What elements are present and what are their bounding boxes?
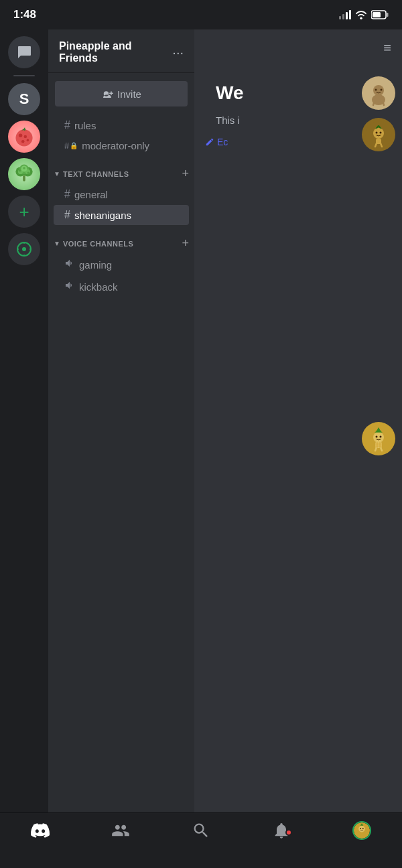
svg-rect-5 — [373, 12, 381, 17]
svg-point-20 — [27, 171, 30, 174]
status-bar: 1:48 — [0, 0, 402, 29]
avatar-1 — [362, 76, 395, 110]
category-left: ▼ TEXT CHANNELS — [54, 170, 129, 178]
tab-item-search[interactable] — [192, 821, 210, 840]
friends-icon — [111, 821, 130, 840]
invite-label: Invite — [117, 88, 141, 100]
channel-item-general[interactable]: # general — [54, 184, 189, 204]
svg-point-37 — [380, 132, 382, 134]
channel-name-rules: rules — [74, 120, 96, 131]
tab-item-friends[interactable] — [111, 821, 130, 840]
category-name-text: TEXT CHANNELS — [63, 170, 129, 178]
tab-item-home[interactable] — [31, 821, 50, 840]
server-name: Pineapple and Friends — [59, 40, 172, 64]
search-icon — [192, 821, 210, 840]
svg-point-25 — [373, 85, 384, 96]
channel-item-shenanigans[interactable]: # shenanigans — [54, 205, 189, 225]
channel-item-rules[interactable]: # rules — [54, 115, 189, 135]
category-voice-channels[interactable]: ▼ VOICE CHANNELS + — [48, 226, 194, 253]
svg-point-27 — [375, 89, 377, 91]
add-voice-channel-icon[interactable]: + — [182, 236, 189, 250]
right-panel: ≡ We This i Ec — [194, 29, 402, 812]
svg-point-10 — [21, 140, 25, 143]
main-layout: S — [0, 29, 402, 812]
discord-logo-icon — [31, 821, 50, 840]
speaker-icon-kickback — [64, 280, 75, 293]
collapse-arrow-text: ▼ — [54, 170, 60, 177]
hash-lock-icon: #🔒 — [64, 141, 78, 151]
svg-point-36 — [376, 132, 378, 134]
hamburger-icon[interactable]: ≡ — [383, 40, 391, 56]
svg-point-21 — [23, 167, 25, 169]
svg-rect-2 — [346, 12, 348, 19]
battery-icon — [371, 10, 389, 19]
server-icon-broccoli[interactable] — [8, 158, 40, 190]
plus-icon: + — [19, 202, 29, 222]
svg-point-9 — [24, 135, 27, 139]
svg-point-52 — [362, 828, 364, 829]
signal-icon — [339, 10, 351, 19]
tab-item-profile[interactable] — [352, 821, 371, 840]
add-text-channel-icon[interactable]: + — [182, 167, 189, 181]
wifi-icon — [355, 10, 367, 19]
speaker-icon-gaming — [64, 258, 75, 271]
category-text-channels[interactable]: ▼ TEXT CHANNELS + — [48, 156, 194, 184]
hash-icon: # — [64, 119, 70, 131]
server-divider — [13, 75, 35, 76]
collapse-arrow-voice: ▼ — [54, 240, 60, 247]
right-panel-header: ≡ — [194, 29, 402, 66]
svg-point-23 — [22, 247, 26, 251]
server-icon-add[interactable]: + — [8, 196, 40, 228]
invite-button[interactable]: Invite — [55, 81, 188, 106]
svg-point-11 — [27, 139, 29, 142]
tab-item-notifications[interactable] — [272, 821, 291, 840]
channel-item-kickback[interactable]: kickback — [54, 276, 189, 297]
notification-badge — [285, 829, 292, 836]
svg-rect-3 — [349, 10, 351, 19]
svg-point-28 — [381, 89, 383, 91]
svg-point-39 — [373, 432, 384, 443]
channel-name-gaming: gaming — [79, 259, 112, 271]
avatar-column — [355, 70, 402, 462]
channel-name-general: general — [74, 189, 108, 200]
channel-name-moderator-only: moderator-only — [82, 140, 149, 151]
svg-rect-0 — [339, 16, 341, 19]
edit-label[interactable]: Ec — [217, 137, 228, 147]
pencil-icon — [205, 137, 214, 147]
tab-bar — [0, 812, 402, 868]
invite-icon — [101, 88, 113, 100]
channel-name-kickback: kickback — [79, 281, 118, 293]
svg-point-44 — [380, 436, 382, 438]
avatar-3 — [362, 422, 395, 455]
channel-panel: Pineapple and Friends ··· Invite # rules… — [48, 29, 194, 812]
svg-rect-18 — [23, 175, 25, 182]
status-time: 1:48 — [13, 8, 36, 21]
server-icon-strawberry[interactable] — [8, 121, 40, 153]
svg-point-7 — [15, 129, 32, 146]
channel-list: # rules #🔒 moderator-only ▼ TEXT CHANNEL… — [48, 115, 194, 812]
server-icon-home[interactable] — [8, 36, 40, 68]
svg-point-32 — [373, 128, 384, 139]
server-icon-s[interactable]: S — [8, 83, 40, 115]
channel-item-gaming[interactable]: gaming — [54, 254, 189, 275]
channel-item-moderator-only[interactable]: #🔒 moderator-only — [54, 136, 189, 155]
server-sidebar: S — [0, 29, 48, 812]
server-header[interactable]: Pineapple and Friends ··· — [48, 29, 194, 73]
category-voice-left: ▼ VOICE CHANNELS — [54, 240, 133, 248]
channel-name-shenanigans: shenanigans — [74, 210, 131, 221]
category-name-voice: VOICE CHANNELS — [63, 240, 133, 248]
status-icons — [339, 10, 389, 19]
profile-avatar-icon — [354, 822, 370, 839]
svg-rect-1 — [342, 14, 344, 19]
server-icon-explore[interactable] — [8, 233, 40, 265]
svg-point-43 — [376, 436, 378, 438]
svg-rect-6 — [387, 13, 389, 17]
svg-point-50 — [358, 826, 365, 833]
svg-point-8 — [19, 134, 22, 137]
hash-icon-general: # — [64, 188, 70, 200]
avatar-2 — [362, 118, 395, 151]
hash-icon-shenanigans: # — [64, 209, 70, 221]
svg-point-51 — [360, 828, 361, 829]
more-options-icon[interactable]: ··· — [172, 45, 184, 60]
svg-point-19 — [19, 169, 21, 172]
